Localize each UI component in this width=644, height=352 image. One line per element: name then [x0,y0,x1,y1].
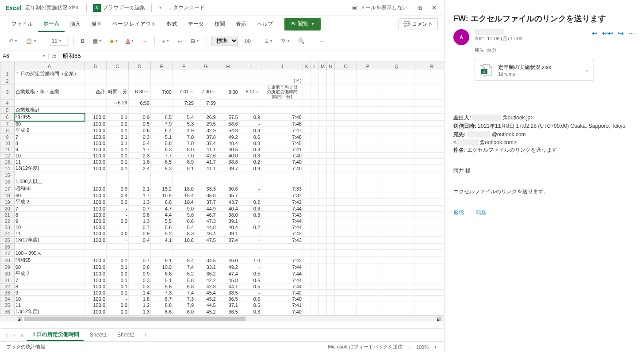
row-header[interactable]: 7 [0,121,15,127]
cell[interactable]: 39.1 [217,218,239,224]
cell[interactable]: 9.0 [173,206,195,212]
cell[interactable] [335,140,357,146]
cell[interactable] [414,140,445,146]
cell[interactable] [319,99,327,107]
cell[interactable] [414,153,445,159]
cell[interactable]: 7:43 [261,257,303,264]
spreadsheet-grid[interactable]: ABCDEFGHIJKLMNOPQR1１日の所定労働時間（企業）2(％)3企業規… [0,62,444,328]
cell[interactable]: 49.2 [217,264,239,270]
cell[interactable]: 57.5 [217,114,239,121]
cell[interactable] [414,172,445,178]
tab-data[interactable]: データ [183,17,209,31]
cell[interactable]: 100～999人 [15,250,84,257]
cell[interactable]: 100.0 [84,140,107,146]
cell[interactable]: 32.9 [195,127,217,134]
cell[interactable] [319,107,327,114]
row-header[interactable]: 26 [0,244,15,250]
cell[interactable]: 29.5 [195,121,217,127]
cell[interactable]: 8 [15,140,84,146]
cell[interactable] [319,257,327,264]
cell[interactable] [311,165,319,172]
cell[interactable]: 8.7 [151,296,173,302]
cell[interactable]: 昭和55 [15,114,84,121]
cell[interactable]: 100.0 [84,114,107,121]
cell[interactable] [311,199,319,206]
cell[interactable]: 7:00 [151,84,173,99]
cell[interactable] [319,302,327,308]
cell[interactable] [311,185,319,192]
cell[interactable]: 8.1 [173,165,195,172]
row-header[interactable]: 6 [0,114,15,121]
cell[interactable] [319,84,327,99]
tab-file[interactable]: ファイル [6,17,38,31]
cell[interactable]: 47.5 [195,237,217,244]
cell[interactable] [327,250,335,257]
cell[interactable]: 37.4 [217,237,239,244]
cell[interactable] [414,127,445,134]
cell[interactable]: 0.3 [129,277,151,283]
cell[interactable] [327,134,335,140]
cell[interactable] [303,302,311,308]
cell[interactable]: 7:42 [261,290,303,296]
cell[interactable] [335,134,357,140]
cell[interactable]: 7.7 [151,153,173,159]
cell[interactable]: 100.0 [84,283,107,290]
cell[interactable] [335,172,357,178]
cell[interactable]: 0.1 [107,277,129,283]
cell[interactable] [357,185,379,192]
cell[interactable] [107,70,129,77]
cell[interactable]: 7:44 [261,224,303,230]
cell[interactable]: 45.2 [195,296,217,302]
cell[interactable] [357,121,379,127]
cell[interactable] [414,70,445,77]
row-header[interactable]: 9 [0,134,15,140]
row-header[interactable]: 5 [0,107,15,114]
cell[interactable]: 7:41 [261,302,303,308]
cell[interactable] [303,277,311,283]
cell[interactable] [414,212,445,218]
cell[interactable]: 0.3 [239,206,261,212]
cell[interactable]: 33.3 [195,185,217,192]
cell[interactable]: 46.7 [195,212,217,218]
cell[interactable]: 100.0 [84,185,107,192]
col-header[interactable]: D [129,62,151,70]
cell[interactable]: 平成 2 [15,127,84,134]
cell[interactable] [217,107,239,114]
cell[interactable]: 0.7 [129,257,151,264]
cell[interactable]: 0.1 [107,308,129,315]
row-header[interactable]: 32 [0,283,15,290]
tab-formulas[interactable]: 数式 [161,17,183,31]
cell[interactable] [414,99,445,107]
row-header[interactable]: 22 [0,218,15,224]
cell[interactable] [303,237,311,244]
cell[interactable] [261,107,303,114]
cell[interactable]: 100.0 [84,218,107,224]
cell[interactable] [327,77,335,84]
cell[interactable] [311,290,319,296]
sheet-tab-3[interactable]: Sheet2 [113,330,138,341]
cell[interactable]: 2.4 [129,165,151,172]
cell[interactable]: 0.9 [107,185,129,192]
cell[interactable] [327,127,335,134]
cell[interactable] [319,283,327,290]
cell[interactable] [335,70,357,77]
cell[interactable] [327,206,335,212]
cell[interactable] [414,290,445,296]
cell[interactable]: 60 [15,192,84,199]
cell[interactable]: 0.2 [107,270,129,277]
cell[interactable] [327,70,335,77]
cell[interactable]: 0.2 [107,121,129,127]
cell[interactable]: 33.1 [195,264,217,270]
feedback-link[interactable]: Microsoft にフィードバックを送信 [328,344,402,350]
chevron-down-icon[interactable]: ⌄ [585,67,589,73]
cell[interactable] [379,178,414,185]
cell[interactable] [217,99,239,107]
cell[interactable]: - [239,264,261,270]
cell[interactable] [261,172,303,178]
cell[interactable]: 42.2 [195,277,217,283]
cell[interactable]: 7:46 [261,134,303,140]
forward-link[interactable]: 転送 [476,209,487,216]
cell[interactable]: 1.7 [129,146,151,153]
cell[interactable] [379,159,414,165]
cell[interactable]: 0.1 [107,290,129,296]
